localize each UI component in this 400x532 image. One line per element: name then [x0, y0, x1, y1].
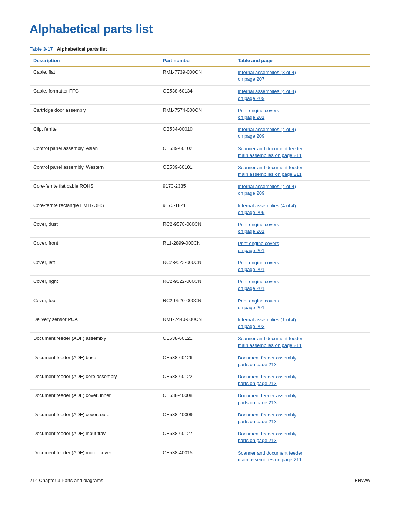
cell-description: Core-ferrite flat cable ROHS	[30, 181, 159, 200]
ref-link[interactable]: Internal assemblies (4 of 4) on page 209	[238, 203, 367, 216]
cell-tablepage[interactable]: Print engine covers on page 201	[234, 238, 370, 257]
ref-link[interactable]: Scanner and document feeder main assembl…	[238, 335, 367, 349]
cell-description: Document feeder (ADF) core assembly	[30, 371, 159, 390]
cell-partnum: CE538-40015	[159, 447, 234, 466]
cell-description: Document feeder (ADF) motor cover	[30, 447, 159, 466]
table-row: Cover, topRC2-9520-000CNPrint engine cov…	[30, 295, 370, 314]
cell-partnum: CE538-60122	[159, 371, 234, 390]
table-caption: Table 3-17 Alphabetical parts list	[30, 46, 370, 52]
table-row: Document feeder (ADF) baseCE538-60126Doc…	[30, 352, 370, 371]
table-row: Control panel assembly, WesternCE539-601…	[30, 161, 370, 180]
ref-link[interactable]: Document feeder assembly parts on page 2…	[238, 355, 367, 368]
ref-link[interactable]: Document feeder assembly parts on page 2…	[238, 412, 367, 425]
cell-tablepage[interactable]: Document feeder assembly parts on page 2…	[234, 371, 370, 390]
cell-partnum: CB534-00010	[159, 124, 234, 143]
cell-tablepage[interactable]: Scanner and document feeder main assembl…	[234, 161, 370, 180]
cell-tablepage[interactable]: Scanner and document feeder main assembl…	[234, 333, 370, 352]
ref-link[interactable]: Print engine covers on page 201	[238, 278, 367, 292]
cell-partnum: RM1-7574-000CN	[159, 104, 234, 123]
cell-tablepage[interactable]: Document feeder assembly parts on page 2…	[234, 409, 370, 428]
cell-tablepage[interactable]: Document feeder assembly parts on page 2…	[234, 390, 370, 409]
table-row: Cable, formatter FFCCE538-60134Internal …	[30, 86, 370, 104]
cell-partnum: CE539-60101	[159, 161, 234, 180]
ref-link[interactable]: Internal assemblies (4 of 4) on page 209	[238, 88, 367, 101]
cell-partnum: RM1-7440-000CN	[159, 314, 234, 332]
cell-partnum: CE538-60126	[159, 352, 234, 371]
cell-tablepage[interactable]: Document feeder assembly parts on page 2…	[234, 428, 370, 447]
table-row: Cover, frontRL1-2899-000CNPrint engine c…	[30, 238, 370, 257]
cell-partnum: CE538-40009	[159, 409, 234, 428]
table-row: Core-ferrite flat cable ROHS9170-2385Int…	[30, 181, 370, 200]
table-row: Document feeder (ADF) core assemblyCE538…	[30, 371, 370, 390]
ref-link[interactable]: Print engine covers on page 201	[238, 107, 367, 121]
cell-tablepage[interactable]: Scanner and document feeder main assembl…	[234, 447, 370, 466]
cell-partnum: 9170-1821	[159, 200, 234, 218]
cell-tablepage[interactable]: Print engine covers on page 201	[234, 104, 370, 123]
footer-right: ENWW	[354, 478, 370, 483]
cell-description: Cable, formatter FFC	[30, 86, 159, 104]
cell-tablepage[interactable]: Print engine covers on page 201	[234, 257, 370, 275]
cell-partnum: CE539-60102	[159, 143, 234, 161]
table-row: Document feeder (ADF) input trayCE538-60…	[30, 428, 370, 447]
table-row: Control panel assembly, AsianCE539-60102…	[30, 143, 370, 161]
cell-tablepage[interactable]: Internal assemblies (4 of 4) on page 209	[234, 200, 370, 218]
table-row: Cover, dustRC2-9578-000CNPrint engine co…	[30, 219, 370, 238]
caption-text: Alphabetical parts list	[57, 46, 107, 52]
col-header-description: Description	[30, 54, 159, 67]
cell-description: Document feeder (ADF) cover, inner	[30, 390, 159, 409]
cell-partnum: CE538-60134	[159, 86, 234, 104]
ref-link[interactable]: Print engine covers on page 201	[238, 260, 367, 273]
col-header-tablepage: Table and page	[234, 54, 370, 67]
cell-tablepage[interactable]: Document feeder assembly parts on page 2…	[234, 352, 370, 371]
caption-label: Table 3-17	[30, 46, 53, 52]
table-row: Cartridge door assemblyRM1-7574-000CNPri…	[30, 104, 370, 123]
cell-tablepage[interactable]: Internal assemblies (3 of 4) on page 207	[234, 67, 370, 86]
cell-tablepage[interactable]: Internal assemblies (1 of 4) on page 203	[234, 314, 370, 332]
table-row: Document feeder (ADF) assemblyCE538-6012…	[30, 333, 370, 352]
table-row: Clip, ferriteCB534-00010Internal assembl…	[30, 124, 370, 143]
table-row: Document feeder (ADF) cover, outerCE538-…	[30, 409, 370, 428]
cell-description: Cover, front	[30, 238, 159, 257]
ref-link[interactable]: Internal assemblies (1 of 4) on page 203	[238, 317, 367, 330]
cell-partnum: RC2-9578-000CN	[159, 219, 234, 238]
ref-link[interactable]: Print engine covers on page 201	[238, 221, 367, 235]
ref-link[interactable]: Document feeder assembly parts on page 2…	[238, 392, 367, 406]
cell-tablepage[interactable]: Print engine covers on page 201	[234, 295, 370, 314]
table-row: Core-ferrite rectangle EMI ROHS9170-1821…	[30, 200, 370, 218]
ref-link[interactable]: Internal assemblies (3 of 4) on page 207	[238, 69, 367, 83]
ref-link[interactable]: Document feeder assembly parts on page 2…	[238, 374, 367, 387]
ref-link[interactable]: Internal assemblies (4 of 4) on page 209	[238, 126, 367, 140]
ref-link[interactable]: Internal assemblies (4 of 4) on page 209	[238, 183, 367, 197]
cell-description: Document feeder (ADF) assembly	[30, 333, 159, 352]
cell-partnum: CE538-60121	[159, 333, 234, 352]
cell-partnum: RC2-9523-000CN	[159, 257, 234, 275]
table-row: Document feeder (ADF) cover, innerCE538-…	[30, 390, 370, 409]
cell-tablepage[interactable]: Internal assemblies (4 of 4) on page 209	[234, 86, 370, 104]
cell-tablepage[interactable]: Internal assemblies (4 of 4) on page 209	[234, 124, 370, 143]
col-header-partnum: Part number	[159, 54, 234, 67]
cell-description: Document feeder (ADF) cover, outer	[30, 409, 159, 428]
table-row: Delivery sensor PCARM1-7440-000CNInterna…	[30, 314, 370, 332]
cell-description: Core-ferrite rectangle EMI ROHS	[30, 200, 159, 218]
cell-description: Cover, top	[30, 295, 159, 314]
cell-description: Clip, ferrite	[30, 124, 159, 143]
cell-description: Cover, dust	[30, 219, 159, 238]
ref-link[interactable]: Print engine covers on page 201	[238, 240, 367, 254]
ref-link[interactable]: Document feeder assembly parts on page 2…	[238, 431, 367, 444]
ref-link[interactable]: Scanner and document feeder main assembl…	[238, 145, 367, 159]
ref-link[interactable]: Scanner and document feeder main assembl…	[238, 450, 367, 463]
ref-link[interactable]: Print engine covers on page 201	[238, 298, 367, 311]
cell-tablepage[interactable]: Internal assemblies (4 of 4) on page 209	[234, 181, 370, 200]
cell-tablepage[interactable]: Print engine covers on page 201	[234, 276, 370, 295]
table-row: Document feeder (ADF) motor coverCE538-4…	[30, 447, 370, 466]
cell-tablepage[interactable]: Scanner and document feeder main assembl…	[234, 143, 370, 161]
ref-link[interactable]: Scanner and document feeder main assembl…	[238, 164, 367, 178]
table-row: Cover, leftRC2-9523-000CNPrint engine co…	[30, 257, 370, 275]
cell-tablepage[interactable]: Print engine covers on page 201	[234, 219, 370, 238]
page-footer: 214 Chapter 3 Parts and diagrams ENWW	[30, 478, 370, 483]
cell-description: Cover, left	[30, 257, 159, 275]
cell-description: Control panel assembly, Western	[30, 161, 159, 180]
table-row: Cable, flatRM1-7739-000CNInternal assemb…	[30, 67, 370, 86]
cell-description: Control panel assembly, Asian	[30, 143, 159, 161]
cell-description: Delivery sensor PCA	[30, 314, 159, 332]
